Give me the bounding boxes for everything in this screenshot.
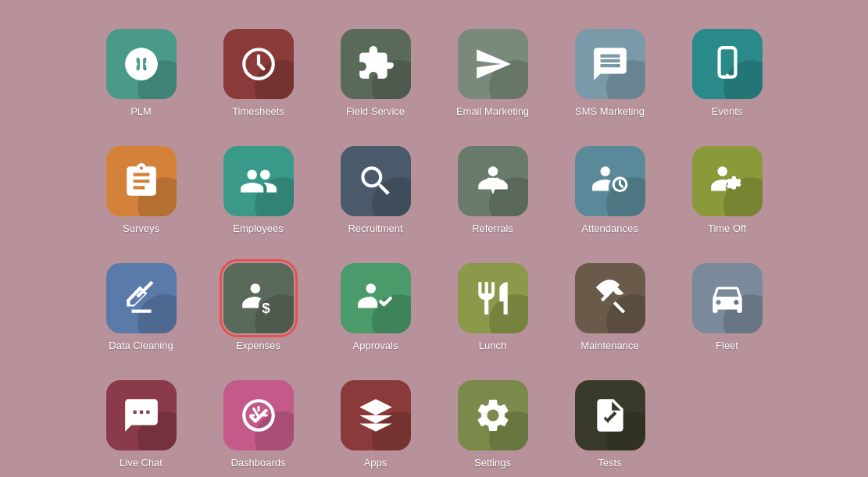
approvals-label: Approvals	[353, 340, 398, 352]
app-item-surveys[interactable]: Surveys	[91, 126, 192, 235]
apps-icon	[341, 380, 411, 450]
apps-label: Apps	[364, 457, 388, 469]
settings-label: Settings	[474, 457, 511, 469]
data-cleaning-icon	[106, 263, 177, 333]
referrals-icon	[458, 146, 528, 216]
attendances-label: Attendances	[581, 222, 638, 235]
events-label: Events	[712, 105, 743, 118]
svg-point-3	[725, 73, 728, 77]
app-item-email-marketing[interactable]: Email Marketing	[442, 9, 544, 118]
email-marketing-label: Email Marketing	[456, 105, 529, 118]
lunch-label: Lunch	[479, 340, 506, 352]
app-item-settings[interactable]: Settings	[442, 360, 544, 469]
employees-icon	[223, 146, 294, 216]
app-item-fleet[interactable]: Fleet	[677, 243, 778, 352]
svg-point-7	[717, 166, 727, 176]
app-item-data-cleaning[interactable]: Data Cleaning	[91, 243, 192, 352]
employees-label: Employees	[233, 222, 283, 235]
recruitment-icon	[341, 146, 411, 216]
sms-marketing-icon	[575, 29, 645, 99]
time-off-icon	[692, 146, 763, 216]
referrals-label: Referrals	[472, 222, 513, 235]
field-service-label: Field Service	[346, 105, 405, 118]
field-service-icon	[341, 29, 411, 99]
app-item-time-off[interactable]: Time Off	[677, 126, 778, 235]
app-item-approvals[interactable]: Approvals	[325, 243, 427, 352]
expenses-label: Expenses	[236, 340, 280, 352]
surveys-label: Surveys	[123, 222, 159, 235]
app-item-live-chat[interactable]: Live Chat	[91, 360, 192, 469]
attendances-icon	[575, 146, 645, 216]
app-item-dashboards[interactable]: Dashboards	[208, 360, 309, 469]
data-cleaning-label: Data Cleaning	[109, 340, 173, 352]
live-chat-icon	[106, 380, 177, 450]
app-item-plm[interactable]: PLM	[91, 9, 192, 118]
live-chat-label: Live Chat	[120, 457, 163, 469]
email-marketing-icon	[458, 29, 528, 99]
recruitment-label: Recruitment	[348, 222, 402, 235]
svg-rect-2	[719, 48, 735, 77]
app-item-lunch[interactable]: Lunch	[442, 243, 544, 352]
tests-label: Tests	[598, 457, 621, 469]
app-item-sms-marketing[interactable]: SMS Marketing	[559, 9, 661, 118]
dashboards-label: Dashboards	[230, 457, 285, 469]
app-item-maintenance[interactable]: Maintenance	[559, 243, 661, 352]
sms-marketing-label: SMS Marketing	[575, 105, 645, 118]
fleet-icon	[692, 263, 763, 333]
maintenance-label: Maintenance	[580, 340, 638, 352]
tests-icon	[575, 380, 645, 450]
svg-point-11	[366, 283, 376, 294]
app-item-referrals[interactable]: Referrals	[442, 126, 544, 235]
svg-point-8	[731, 181, 736, 186]
events-icon	[692, 29, 763, 99]
svg-point-4	[488, 166, 498, 176]
svg-text:$: $	[262, 300, 270, 316]
approvals-icon	[341, 263, 411, 333]
app-item-tests[interactable]: Tests	[559, 360, 661, 469]
app-item-recruitment[interactable]: Recruitment	[325, 126, 427, 235]
surveys-icon	[106, 146, 177, 216]
time-off-label: Time Off	[708, 222, 746, 235]
timesheets-label: Timesheets	[232, 105, 284, 118]
app-item-events[interactable]: Events	[677, 9, 778, 118]
lunch-icon	[458, 263, 528, 333]
plm-label: PLM	[130, 105, 152, 118]
app-grid: PLMTimesheetsField ServiceEmail Marketin…	[75, 0, 794, 477]
expenses-icon: $	[223, 263, 294, 333]
app-item-attendances[interactable]: Attendances	[559, 126, 661, 235]
app-item-apps[interactable]: Apps	[325, 360, 427, 469]
timesheets-icon	[223, 29, 294, 99]
app-item-expenses[interactable]: $Expenses	[208, 243, 309, 352]
plm-icon	[106, 29, 177, 99]
fleet-label: Fleet	[716, 340, 738, 352]
svg-point-9	[250, 283, 260, 294]
app-item-employees[interactable]: Employees	[208, 126, 309, 235]
svg-point-5	[600, 166, 610, 176]
settings-icon	[458, 380, 528, 450]
maintenance-icon	[575, 263, 645, 333]
app-item-timesheets[interactable]: Timesheets	[208, 9, 309, 118]
dashboards-icon	[223, 380, 294, 450]
app-item-field-service[interactable]: Field Service	[325, 9, 427, 118]
